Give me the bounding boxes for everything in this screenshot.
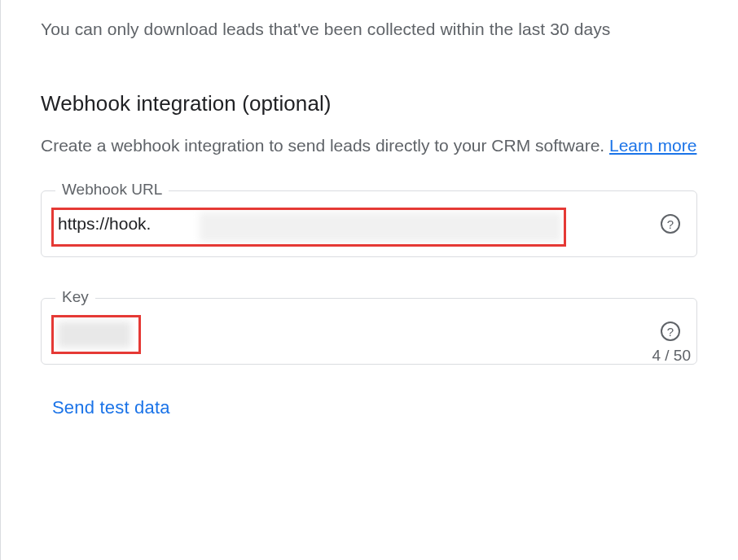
webhook-url-input[interactable]: [58, 214, 651, 234]
webhook-url-label: Webhook URL: [55, 181, 169, 199]
webhook-key-label: Key: [55, 288, 95, 306]
webhook-url-field-container: Webhook URL ?: [41, 190, 697, 257]
learn-more-link[interactable]: Learn more: [609, 136, 696, 155]
webhook-key-input[interactable]: [58, 322, 651, 341]
webhook-key-field-container: Key ?: [41, 298, 697, 365]
webhook-key-field-box: ?: [41, 298, 697, 365]
webhook-description: Create a webhook integration to send lea…: [41, 133, 697, 159]
help-icon[interactable]: ?: [661, 322, 680, 341]
webhook-url-field-box: ?: [41, 190, 697, 257]
help-icon[interactable]: ?: [661, 214, 680, 234]
download-info-text: You can only download leads that've been…: [41, 16, 697, 42]
webhook-description-text: Create a webhook integration to send lea…: [41, 136, 609, 155]
webhook-heading: Webhook integration (optional): [41, 91, 697, 116]
send-test-data-link[interactable]: Send test data: [41, 397, 697, 418]
